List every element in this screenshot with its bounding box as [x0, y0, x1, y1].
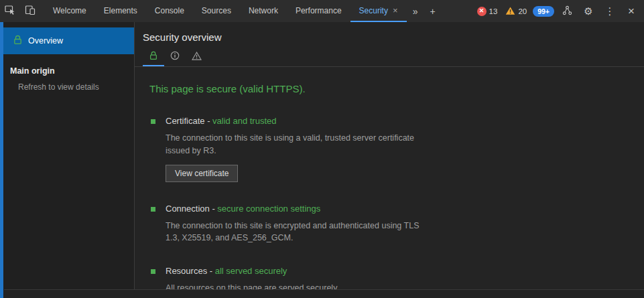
green-square-icon [151, 207, 155, 212]
toolbar-right-cluster: ✕ 13 20 99+ [475, 0, 644, 22]
security-sidebar: Overview Main origin Refresh to view det… [3, 22, 134, 298]
share-network-icon [562, 5, 572, 17]
plus-icon: + [430, 6, 435, 17]
section-certificate-body: Certificate - valid and trusted The conn… [166, 116, 434, 182]
page-title: Security overview [143, 31, 636, 43]
errors-badge[interactable]: ✕ 13 [475, 7, 500, 16]
inspect-element-button[interactable] [0, 0, 20, 22]
tab-label: Welcome [53, 6, 86, 15]
chevron-double-right-icon: » [413, 6, 418, 17]
section-separator: - [205, 116, 213, 126]
tab-performance[interactable]: Performance [287, 0, 350, 22]
section-status: all served securely [215, 266, 287, 276]
devtools-body: Overview Main origin Refresh to view det… [0, 22, 644, 298]
green-square-icon [151, 119, 155, 124]
section-separator: - [210, 204, 218, 214]
settings-button[interactable]: ⚙ [580, 5, 597, 17]
share-network-button[interactable] [558, 5, 576, 17]
warnings-count: 20 [518, 7, 527, 15]
issues-badge[interactable]: 99+ [533, 6, 554, 17]
panel-tabs: Welcome Elements Console Sources Network… [44, 0, 407, 22]
tab-sources[interactable]: Sources [193, 0, 240, 22]
tab-label: Performance [296, 6, 342, 15]
green-square-icon [151, 269, 155, 274]
tab-network[interactable]: Network [240, 0, 287, 22]
tab-label: Security [359, 6, 388, 15]
gear-icon: ⚙ [584, 5, 592, 17]
secure-status-heading: This page is secure (valid HTTPS). [149, 83, 629, 94]
more-tabs-button[interactable]: » [407, 0, 424, 22]
tab-elements[interactable]: Elements [95, 0, 146, 22]
section-title: Connection - secure connection settings [166, 204, 434, 214]
kebab-menu-icon: ⋮ [605, 5, 615, 17]
tab-label: Network [249, 6, 278, 15]
tab-label: Console [155, 6, 184, 15]
subtab-secure[interactable] [143, 49, 164, 66]
section-title: Resources - all served securely [166, 266, 339, 276]
section-certificate: Certificate - valid and trusted The conn… [149, 116, 629, 182]
section-description: The connection to this site is encrypted… [166, 220, 434, 245]
section-status: valid and trusted [212, 116, 276, 126]
lock-icon [13, 35, 22, 47]
lock-icon [149, 51, 157, 63]
device-toolbar-button[interactable] [20, 0, 40, 22]
tab-label: Sources [202, 6, 231, 15]
tab-console[interactable]: Console [146, 0, 193, 22]
view-certificate-button[interactable]: View certificate [166, 165, 238, 182]
error-circle-icon: ✕ [477, 7, 487, 16]
sidebar-hint-refresh: Refresh to view details [3, 76, 134, 92]
inspect-cursor-icon [5, 5, 15, 18]
info-circle-icon [170, 51, 180, 63]
section-connection-body: Connection - secure connection settings … [166, 204, 434, 245]
warning-triangle-icon [505, 6, 515, 17]
subtab-info[interactable] [164, 49, 186, 66]
more-options-button[interactable]: ⋮ [601, 5, 619, 17]
warning-triangle-icon [192, 51, 202, 63]
security-overview-content: This page is secure (valid HTTPS). Certi… [135, 67, 644, 298]
section-description: The connection to this site is using a v… [166, 132, 434, 157]
security-subtabs [143, 49, 636, 66]
sidebar-heading-main-origin: Main origin [3, 54, 134, 76]
issues-count: 99+ [537, 7, 550, 15]
sidebar-item-label: Overview [28, 36, 63, 46]
section-connection: Connection - secure connection settings … [149, 204, 629, 245]
section-name: Connection [166, 204, 210, 214]
section-status: secure connection settings [217, 204, 320, 214]
section-title: Certificate - valid and trusted [166, 116, 434, 126]
section-separator: - [207, 266, 215, 276]
close-icon: × [628, 5, 635, 18]
device-toolbar-icon [25, 5, 36, 18]
tab-label: Elements [104, 6, 137, 15]
close-devtools-button[interactable]: × [623, 5, 640, 18]
drawer-divider [4, 289, 644, 298]
sidebar-item-overview[interactable]: Overview [3, 27, 134, 54]
tab-welcome[interactable]: Welcome [44, 0, 95, 22]
warnings-badge[interactable]: 20 [503, 6, 529, 17]
section-name: Certificate [166, 116, 205, 126]
subtab-warnings[interactable] [186, 49, 207, 66]
close-tab-icon[interactable]: × [393, 6, 398, 15]
tab-security[interactable]: Security × [350, 0, 407, 22]
errors-count: 13 [489, 7, 498, 15]
add-tools-button[interactable]: + [424, 0, 442, 22]
devtools-toolbar: Welcome Elements Console Sources Network… [0, 0, 644, 22]
section-name: Resources [166, 266, 207, 276]
security-panel: Security overview [134, 22, 644, 298]
security-panel-header: Security overview [135, 22, 644, 67]
